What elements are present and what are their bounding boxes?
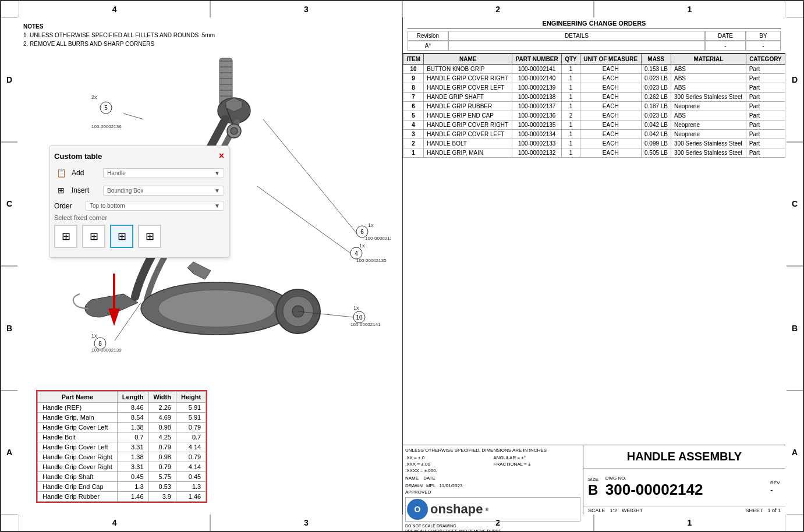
bounding-row: Handle Bolt0.74.250.7 — [38, 432, 206, 442]
bom-cell: Part — [746, 83, 785, 93]
rev-label: REV. — [770, 480, 781, 485]
bom-cell: Part — [746, 65, 785, 74]
tolerance-grid: .XX = ±.0 ANGULAR = ±° .XXX = ±.00 FRACT… — [405, 455, 580, 473]
bom-cell: 300 Series Stainless Steel — [671, 148, 746, 158]
bom-cell: HANDLE GRIP, MAIN — [424, 148, 512, 158]
weight-label: WEIGHT — [622, 508, 643, 513]
bom-cell: EACH — [580, 102, 641, 111]
svg-text:1x: 1x — [91, 333, 97, 339]
dwg-label: DWG NO. — [605, 476, 703, 481]
eco-details — [448, 41, 705, 51]
bom-header-cell: PART NUMBER — [512, 54, 562, 65]
bom-cell: 1 — [562, 139, 580, 148]
break-edges: BREAK ALL SHARP EDGES AND REMOVE BURRS — [405, 529, 580, 532]
add-select-arrow: ▼ — [214, 170, 220, 176]
bom-cell: ABS — [671, 111, 746, 120]
size-wrap: SIZE B — [588, 477, 598, 498]
bom-row: 8HANDLE GRIP COVER LEFT100-000021391EACH… — [403, 83, 785, 93]
bom-cell: 100-00002139 — [512, 83, 562, 93]
drawn-data-row: DRAWN MPL 11/01/2023 — [405, 483, 580, 488]
bom-cell: 1 — [562, 74, 580, 83]
bom-header-cell: MATERIAL — [671, 54, 746, 65]
drawn-row: NAME DATE — [405, 476, 580, 481]
bounding-part-name: Handle Grip Cover Left — [38, 423, 118, 432]
bom-cell: HANDLE GRIP COVER LEFT — [424, 130, 512, 139]
bounding-row: Handle Grip Cover Right3.310.794.14 — [38, 462, 206, 472]
dwg-wrap: DWG NO. 300-00002142 — [605, 476, 703, 499]
bounding-dim: 0.45 — [176, 472, 206, 482]
bom-cell: 1 — [562, 120, 580, 130]
bom-cell: Part — [746, 102, 785, 111]
corner-section-label: Select fixed corner — [54, 214, 224, 221]
bounding-dim: 1.46 — [176, 492, 206, 502]
bom-cell: 0.262 LB — [641, 93, 671, 102]
bounding-part-name: Handle Grip Shaft — [38, 472, 118, 482]
eco-table: ENGINEERING CHANGE ORDERS Revision DETAI… — [403, 17, 785, 54]
bom-row: 10BUTTON KNOB GRIP100-000021411EACH0.153… — [403, 65, 785, 74]
bounding-dim: 0.98 — [148, 423, 176, 432]
drawn-label: DRAWN — [405, 483, 423, 488]
onshape-reg: ® — [485, 507, 488, 512]
corner-bottom-left[interactable]: ⊞ — [110, 225, 133, 248]
corner-bottom-right[interactable]: ⊞ — [138, 225, 161, 248]
corner-icons: ⊞ ⊞ ⊞ ⊞ — [54, 225, 224, 248]
bounding-dim: 4.14 — [176, 462, 206, 472]
order-select-arrow: ▼ — [214, 203, 220, 209]
eco-by: - — [746, 41, 781, 51]
bom-cell: 0.023 LB — [641, 83, 671, 93]
drawn-date: 11/01/2023 — [439, 483, 462, 488]
add-select[interactable]: Handle ▼ — [103, 168, 224, 178]
bom-cell: 300 Series Stainless Steel — [671, 139, 746, 148]
bom-cell: 2 — [562, 111, 580, 120]
insert-select[interactable]: Bounding Box ▼ — [103, 186, 224, 196]
bom-cell: 2 — [403, 139, 424, 148]
main-content: NOTES 1. UNLESS OTHERWISE SPECIFIED ALL … — [19, 17, 785, 515]
bom-row: 3HANDLE GRIP COVER LEFT100-000021341EACH… — [403, 130, 785, 139]
bom-cell: Part — [746, 93, 785, 102]
corner-top-left[interactable]: ⊞ — [54, 225, 77, 248]
bom-cell: EACH — [580, 83, 641, 93]
bounding-dim: 0.98 — [148, 452, 176, 462]
bom-cell: 0.153 LB — [641, 65, 671, 74]
bom-row: 1HANDLE GRIP, MAIN100-000021321EACH0.505… — [403, 148, 785, 158]
row-label-right-D: D — [787, 17, 803, 142]
notes-area: NOTES 1. UNLESS OTHERWISE SPECIFIED ALL … — [23, 22, 215, 48]
svg-text:6: 6 — [360, 229, 364, 235]
bounding-dim: 4.14 — [176, 442, 206, 452]
bom-cell: Part — [746, 130, 785, 139]
svg-text:100-00002141: 100-00002141 — [350, 322, 381, 327]
svg-text:2x: 2x — [91, 94, 97, 100]
bom-cell: 100-00002135 — [512, 120, 562, 130]
bounding-dim: 0.7 — [176, 432, 206, 442]
note-1: 1. UNLESS OTHERWISE SPECIFIED ALL FILLET… — [23, 31, 215, 40]
bom-row: 7HANDE GRIP SHAFT100-000021381EACH0.262 … — [403, 93, 785, 102]
insert-select-arrow: ▼ — [214, 187, 220, 194]
bounding-part-name: Handle Grip, Main — [38, 413, 118, 423]
bom-cell: 5 — [403, 111, 424, 120]
popup-close-button[interactable]: × — [219, 151, 224, 161]
col-label-bot-1: 1 — [594, 515, 785, 531]
bounding-dim: 1.3 — [176, 482, 206, 492]
col-labels-bottom: 4 3 2 1 — [19, 515, 785, 531]
bom-cell: HANDLE GRIP RUBBER — [424, 102, 512, 111]
svg-text:5: 5 — [104, 105, 108, 111]
bom-cell: EACH — [580, 148, 641, 158]
row-label-right-A: A — [787, 391, 803, 515]
bounding-dim: 3.31 — [117, 462, 148, 472]
row-labels-left: D C B A — [1, 17, 17, 515]
bom-cell: HANDLE GRIP END CAP — [424, 111, 512, 120]
bounding-part-name: Handle Grip End Cap — [38, 482, 118, 492]
eco-title: ENGINEERING CHANGE ORDERS — [408, 20, 781, 29]
approved-row: APPROVED — [405, 490, 580, 495]
angular-tol: ANGULAR = ±° — [494, 455, 581, 460]
corner-top-right[interactable]: ⊞ — [82, 225, 105, 248]
bom-cell: Part — [746, 139, 785, 148]
row-label-right-C: C — [787, 142, 803, 267]
svg-text:100-00002136: 100-00002136 — [91, 124, 122, 129]
svg-text:4: 4 — [355, 250, 358, 257]
bom-cell: 0.187 LB — [641, 102, 671, 111]
row-labels-right: D C B A — [787, 17, 803, 515]
order-select[interactable]: Top to bottom ▼ — [86, 201, 224, 211]
custom-table-popup[interactable]: Custom table × 📋 Add Handle ▼ ⊞ Insert B… — [49, 146, 229, 258]
title-block: UNLESS OTHERWISE SPECIFIED, DIMENSIONS A… — [403, 445, 785, 515]
